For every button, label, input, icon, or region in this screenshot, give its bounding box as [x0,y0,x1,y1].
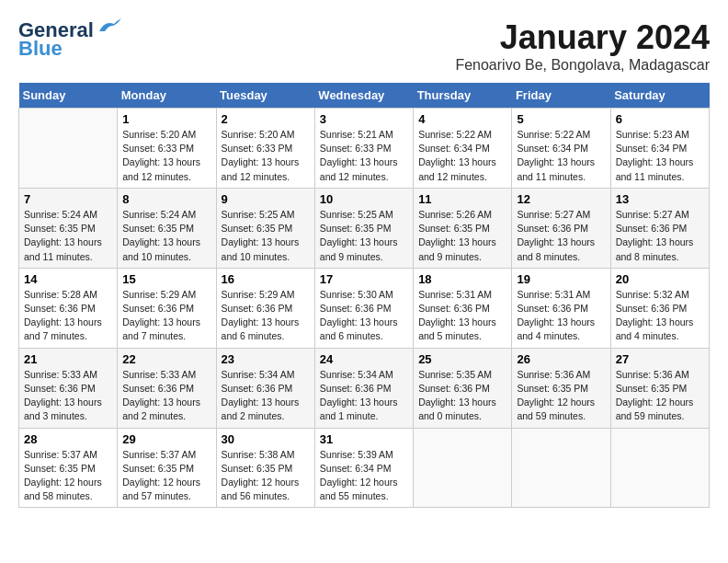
calendar-cell: 14Sunrise: 5:28 AM Sunset: 6:36 PM Dayli… [19,268,118,348]
day-number: 6 [616,112,704,126]
day-info: Sunrise: 5:34 AM Sunset: 6:36 PM Dayligh… [222,368,310,424]
calendar-header-row: SundayMondayTuesdayWednesdayThursdayFrid… [19,83,710,109]
calendar-week-2: 7Sunrise: 5:24 AM Sunset: 6:35 PM Daylig… [19,188,710,268]
calendar-cell: 25Sunrise: 5:35 AM Sunset: 6:36 PM Dayli… [414,348,512,428]
day-info: Sunrise: 5:39 AM Sunset: 6:34 PM Dayligh… [320,448,408,504]
day-info: Sunrise: 5:20 AM Sunset: 6:33 PM Dayligh… [222,128,310,184]
title-area: January 2024 Fenoarivo Be, Bongolava, Ma… [455,18,710,74]
day-number: 8 [122,192,210,206]
calendar-cell: 10Sunrise: 5:25 AM Sunset: 6:35 PM Dayli… [314,188,413,268]
calendar-cell: 16Sunrise: 5:29 AM Sunset: 6:36 PM Dayli… [216,268,314,348]
calendar-table: SundayMondayTuesdayWednesdayThursdayFrid… [18,83,710,508]
day-number: 17 [320,272,408,286]
calendar-cell: 11Sunrise: 5:26 AM Sunset: 6:35 PM Dayli… [414,188,512,268]
calendar-week-3: 14Sunrise: 5:28 AM Sunset: 6:36 PM Dayli… [19,268,710,348]
day-number: 16 [222,272,310,286]
day-info: Sunrise: 5:26 AM Sunset: 6:35 PM Dayligh… [418,208,506,264]
day-number: 15 [122,272,210,286]
column-header-saturday: Saturday [610,83,709,109]
calendar-cell: 3Sunrise: 5:21 AM Sunset: 6:33 PM Daylig… [314,109,413,189]
calendar-week-5: 28Sunrise: 5:37 AM Sunset: 6:35 PM Dayli… [19,428,710,508]
calendar-cell: 21Sunrise: 5:33 AM Sunset: 6:36 PM Dayli… [19,348,118,428]
calendar-cell: 30Sunrise: 5:38 AM Sunset: 6:35 PM Dayli… [216,428,314,508]
calendar-cell: 7Sunrise: 5:24 AM Sunset: 6:35 PM Daylig… [19,188,118,268]
day-number: 1 [122,112,210,126]
calendar-cell: 12Sunrise: 5:27 AM Sunset: 6:36 PM Dayli… [512,188,610,268]
column-header-thursday: Thursday [414,83,512,109]
day-info: Sunrise: 5:33 AM Sunset: 6:36 PM Dayligh… [122,368,210,424]
day-info: Sunrise: 5:23 AM Sunset: 6:34 PM Dayligh… [616,128,704,184]
calendar-cell: 1Sunrise: 5:20 AM Sunset: 6:33 PM Daylig… [118,109,216,189]
day-info: Sunrise: 5:36 AM Sunset: 6:35 PM Dayligh… [616,368,704,424]
calendar-cell: 8Sunrise: 5:24 AM Sunset: 6:35 PM Daylig… [118,188,216,268]
day-number: 5 [517,112,605,126]
day-info: Sunrise: 5:20 AM Sunset: 6:33 PM Dayligh… [122,128,210,184]
logo-blue: Blue [18,37,63,61]
calendar-cell: 28Sunrise: 5:37 AM Sunset: 6:35 PM Dayli… [19,428,118,508]
day-number: 31 [320,432,408,446]
calendar-cell: 20Sunrise: 5:32 AM Sunset: 6:36 PM Dayli… [610,268,709,348]
day-info: Sunrise: 5:35 AM Sunset: 6:36 PM Dayligh… [418,368,506,424]
calendar-cell: 4Sunrise: 5:22 AM Sunset: 6:34 PM Daylig… [414,109,512,189]
day-number: 22 [122,352,210,366]
day-number: 20 [616,272,704,286]
calendar-cell [512,428,610,508]
column-header-wednesday: Wednesday [314,83,413,109]
page-header: General Blue January 2024 Fenoarivo Be, … [18,18,710,74]
day-info: Sunrise: 5:22 AM Sunset: 6:34 PM Dayligh… [418,128,506,184]
calendar-week-1: 1Sunrise: 5:20 AM Sunset: 6:33 PM Daylig… [19,109,710,189]
calendar-cell [414,428,512,508]
location: Fenoarivo Be, Bongolava, Madagascar [455,57,710,74]
day-info: Sunrise: 5:30 AM Sunset: 6:36 PM Dayligh… [320,288,408,344]
day-info: Sunrise: 5:37 AM Sunset: 6:35 PM Dayligh… [122,448,210,504]
calendar-cell: 23Sunrise: 5:34 AM Sunset: 6:36 PM Dayli… [216,348,314,428]
day-number: 19 [517,272,605,286]
day-info: Sunrise: 5:29 AM Sunset: 6:36 PM Dayligh… [122,288,210,344]
calendar-cell: 2Sunrise: 5:20 AM Sunset: 6:33 PM Daylig… [216,109,314,189]
calendar-cell: 18Sunrise: 5:31 AM Sunset: 6:36 PM Dayli… [414,268,512,348]
day-info: Sunrise: 5:38 AM Sunset: 6:35 PM Dayligh… [222,448,310,504]
day-info: Sunrise: 5:31 AM Sunset: 6:36 PM Dayligh… [517,288,605,344]
day-number: 12 [517,192,605,206]
calendar-cell: 17Sunrise: 5:30 AM Sunset: 6:36 PM Dayli… [314,268,413,348]
day-info: Sunrise: 5:29 AM Sunset: 6:36 PM Dayligh… [222,288,310,344]
day-number: 3 [320,112,408,126]
column-header-monday: Monday [118,83,216,109]
calendar-cell: 5Sunrise: 5:22 AM Sunset: 6:34 PM Daylig… [512,109,610,189]
column-header-sunday: Sunday [19,83,118,109]
day-info: Sunrise: 5:28 AM Sunset: 6:36 PM Dayligh… [24,288,112,344]
logo-bird-icon [96,18,121,35]
day-info: Sunrise: 5:21 AM Sunset: 6:33 PM Dayligh… [320,128,408,184]
day-number: 10 [320,192,408,206]
calendar-body: 1Sunrise: 5:20 AM Sunset: 6:33 PM Daylig… [19,109,710,508]
calendar-cell: 26Sunrise: 5:36 AM Sunset: 6:35 PM Dayli… [512,348,610,428]
day-number: 13 [616,192,704,206]
calendar-cell: 19Sunrise: 5:31 AM Sunset: 6:36 PM Dayli… [512,268,610,348]
day-number: 28 [24,432,112,446]
column-header-tuesday: Tuesday [216,83,314,109]
day-info: Sunrise: 5:22 AM Sunset: 6:34 PM Dayligh… [517,128,605,184]
calendar-cell: 27Sunrise: 5:36 AM Sunset: 6:35 PM Dayli… [610,348,709,428]
calendar-week-4: 21Sunrise: 5:33 AM Sunset: 6:36 PM Dayli… [19,348,710,428]
day-number: 11 [418,192,506,206]
day-number: 26 [517,352,605,366]
day-number: 9 [222,192,310,206]
day-info: Sunrise: 5:34 AM Sunset: 6:36 PM Dayligh… [320,368,408,424]
day-info: Sunrise: 5:27 AM Sunset: 6:36 PM Dayligh… [616,208,704,264]
day-number: 18 [418,272,506,286]
day-info: Sunrise: 5:36 AM Sunset: 6:35 PM Dayligh… [517,368,605,424]
calendar-cell: 9Sunrise: 5:25 AM Sunset: 6:35 PM Daylig… [216,188,314,268]
calendar-cell: 6Sunrise: 5:23 AM Sunset: 6:34 PM Daylig… [610,109,709,189]
calendar-cell: 24Sunrise: 5:34 AM Sunset: 6:36 PM Dayli… [314,348,413,428]
day-info: Sunrise: 5:37 AM Sunset: 6:35 PM Dayligh… [24,448,112,504]
day-number: 2 [222,112,310,126]
calendar-cell: 15Sunrise: 5:29 AM Sunset: 6:36 PM Dayli… [118,268,216,348]
calendar-cell [610,428,709,508]
day-number: 23 [222,352,310,366]
day-number: 24 [320,352,408,366]
day-number: 14 [24,272,112,286]
day-number: 21 [24,352,112,366]
column-header-friday: Friday [512,83,610,109]
day-info: Sunrise: 5:27 AM Sunset: 6:36 PM Dayligh… [517,208,605,264]
day-info: Sunrise: 5:25 AM Sunset: 6:35 PM Dayligh… [320,208,408,264]
